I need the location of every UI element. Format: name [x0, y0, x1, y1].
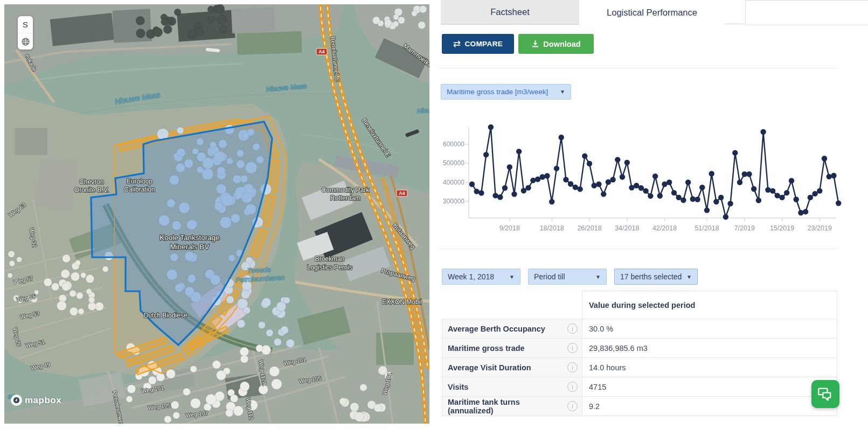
data-point[interactable]	[727, 201, 733, 206]
data-point[interactable]	[798, 210, 803, 215]
satellite-map[interactable]: enkadeNieuwe MaasNieuwe MaasNieuwe MaasB…	[0, 0, 429, 429]
data-point[interactable]	[488, 124, 494, 130]
data-point[interactable]	[756, 198, 761, 203]
data-point[interactable]	[516, 149, 522, 154]
storage-tank	[259, 385, 268, 395]
data-point[interactable]	[587, 161, 592, 166]
data-point[interactable]	[737, 180, 742, 185]
data-point[interactable]	[643, 188, 648, 193]
data-point[interactable]	[732, 150, 738, 156]
data-point[interactable]	[822, 156, 827, 161]
data-point[interactable]	[549, 199, 554, 205]
data-point[interactable]	[554, 166, 559, 171]
tab-factsheet[interactable]: Factsheet	[441, 0, 579, 25]
data-point[interactable]	[478, 190, 484, 195]
data-point[interactable]	[648, 193, 653, 199]
data-point[interactable]	[831, 173, 836, 178]
data-point[interactable]	[671, 190, 677, 195]
data-point[interactable]	[525, 185, 531, 191]
data-point[interactable]	[568, 181, 573, 187]
data-point[interactable]	[765, 187, 770, 193]
data-point[interactable]	[559, 135, 564, 140]
data-point[interactable]	[507, 164, 512, 170]
data-point[interactable]	[836, 200, 841, 206]
data-point[interactable]	[751, 186, 756, 192]
data-point[interactable]	[713, 199, 719, 205]
info-icon[interactable]: i	[567, 401, 578, 411]
data-point[interactable]	[582, 153, 587, 159]
y-tick-label: 300000	[443, 198, 464, 205]
data-point[interactable]	[544, 173, 550, 179]
compare-button[interactable]: ⇄ COMPARE	[442, 34, 514, 54]
data-point[interactable]	[685, 180, 691, 185]
map-label: Commodity Park	[322, 186, 370, 194]
data-point[interactable]	[680, 198, 686, 203]
data-point[interactable]	[563, 177, 568, 182]
info-icon[interactable]: i	[567, 382, 578, 392]
info-icon[interactable]: i	[567, 343, 578, 353]
data-point[interactable]	[652, 173, 658, 179]
chevron-down-icon: ▼	[591, 274, 601, 280]
data-point[interactable]	[469, 181, 475, 187]
data-point[interactable]	[704, 207, 710, 213]
data-point[interactable]	[718, 195, 724, 200]
data-point[interactable]	[615, 157, 620, 162]
data-point[interactable]	[657, 193, 663, 199]
data-point[interactable]	[638, 185, 644, 191]
map-style-button[interactable]: S	[18, 16, 33, 33]
road-shield-a4: A4	[316, 48, 327, 55]
map-style-control[interactable]: S	[18, 16, 33, 50]
data-point[interactable]	[709, 171, 714, 177]
data-point[interactable]	[530, 178, 536, 183]
data-point[interactable]	[803, 209, 808, 214]
data-point[interactable]	[540, 174, 545, 180]
data-point[interactable]	[624, 160, 630, 165]
data-point[interactable]	[770, 188, 775, 193]
data-point[interactable]	[521, 188, 526, 193]
data-point[interactable]	[789, 178, 794, 184]
storage-tank	[81, 272, 86, 278]
map-label: Euroloop	[127, 178, 152, 185]
data-point[interactable]	[666, 180, 672, 185]
mapbox-attribution[interactable]: mapbox	[11, 395, 61, 406]
period-till-dropdown[interactable]: Period till ▼	[528, 269, 607, 285]
trade-line-chart[interactable]: 3000004000005000006000009/201818/201826/…	[438, 112, 843, 235]
data-point[interactable]	[723, 214, 728, 220]
data-point[interactable]	[502, 185, 508, 191]
data-point[interactable]	[511, 191, 517, 196]
storage-tank	[240, 382, 249, 391]
metric-select-dropdown[interactable]: Maritime gross trade [m3/week] ▼	[441, 84, 571, 100]
map-globe-button[interactable]	[18, 33, 33, 50]
berths-dropdown[interactable]: 17 berths selected ▼	[614, 269, 698, 285]
data-point[interactable]	[610, 177, 615, 182]
data-point[interactable]	[784, 190, 789, 195]
data-point[interactable]	[695, 196, 700, 202]
info-icon[interactable]: i	[567, 362, 578, 372]
data-point[interactable]	[601, 191, 606, 196]
data-point[interactable]	[817, 188, 822, 193]
map-canvas[interactable]: enkadeNieuwe MaasNieuwe MaasNieuwe MaasB…	[0, 0, 429, 429]
data-point[interactable]	[699, 185, 705, 190]
data-point[interactable]	[497, 194, 503, 200]
data-point[interactable]	[827, 174, 832, 179]
data-point[interactable]	[620, 174, 625, 180]
download-button[interactable]: Download	[518, 34, 594, 54]
tab-logistical-performance[interactable]: Logistical Performance	[579, 0, 725, 25]
data-point[interactable]	[760, 129, 766, 135]
data-point[interactable]	[794, 196, 799, 202]
data-point[interactable]	[577, 186, 582, 192]
info-icon[interactable]: i	[567, 323, 578, 334]
chat-button[interactable]	[811, 380, 839, 408]
data-point[interactable]	[812, 191, 817, 196]
data-point[interactable]	[779, 195, 784, 200]
metric-value: 30.0 %	[582, 319, 837, 339]
data-point[interactable]	[676, 195, 682, 200]
data-point[interactable]	[808, 195, 813, 200]
data-point[interactable]	[746, 171, 752, 177]
data-point[interactable]	[483, 152, 489, 157]
period-from-dropdown[interactable]: Week 1, 2018 ▼	[442, 269, 520, 285]
data-point[interactable]	[690, 196, 696, 202]
data-point[interactable]	[596, 181, 601, 187]
table-row: Maritime gross tradei29,836,985.6 m3	[442, 339, 837, 358]
tab-unlabeled[interactable]	[745, 0, 868, 25]
